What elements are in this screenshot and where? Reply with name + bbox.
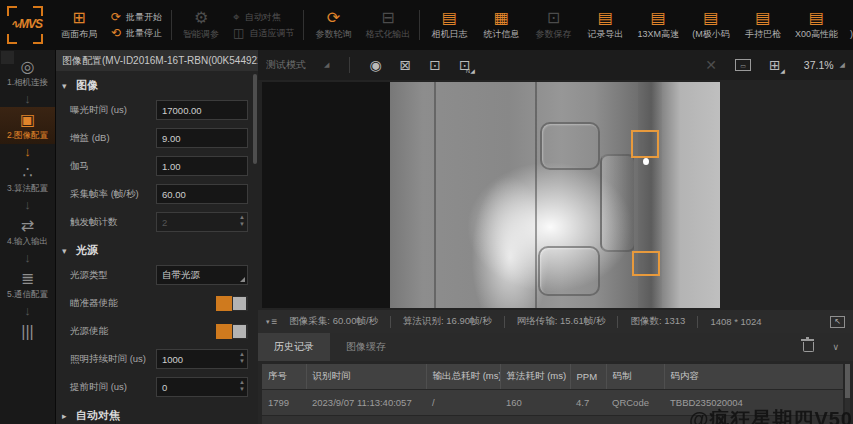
step-arrow-icon: ↓ <box>24 91 31 107</box>
collapse-panel-icon[interactable]: ∨ <box>832 342 839 352</box>
status-divider <box>390 316 391 328</box>
table-cell: 4.7 <box>570 390 606 416</box>
logo-waveform: ∿MVS <box>10 17 42 31</box>
statusbar-menu-icon[interactable]: ▾≡ <box>266 316 277 327</box>
spinner-arrows-icon[interactable]: ▲▼ <box>239 351 245 365</box>
table-cell: QRCode <box>606 416 664 424</box>
metal-part-surface <box>390 82 720 308</box>
config-row: 触发帧计数2▲▼ <box>56 208 258 236</box>
spin-up-icon[interactable]: ▲ <box>239 214 245 221</box>
roi-box-bottom[interactable] <box>632 251 660 276</box>
spin-down-icon[interactable]: ▼ <box>239 358 245 365</box>
column-header[interactable]: PPM <box>570 364 606 390</box>
spinner-arrows-icon[interactable]: ▲▼ <box>239 214 245 228</box>
expand-panel-icon[interactable]: ↖ <box>830 316 845 328</box>
table-cell: 2023/9/07 11:13:40:057 <box>306 416 426 424</box>
table-scrollbar-thumb[interactable] <box>845 364 850 398</box>
toolbar-button-preset-13xm-highspeed[interactable]: ▤13XM高速 <box>637 9 679 41</box>
column-header[interactable]: 码内容 <box>664 364 843 390</box>
spin-up-icon[interactable]: ▲ <box>239 351 245 358</box>
sidebar-step-label: 4.输入输出 <box>7 236 48 248</box>
config-section-collapsed[interactable]: ▸自动对焦 <box>56 401 258 424</box>
toggle-switch[interactable] <box>216 324 248 339</box>
history-tab-icons: ∨ <box>803 342 853 352</box>
roi-box-top[interactable] <box>631 130 659 158</box>
config-row-label: 触发帧计数 <box>70 216 118 229</box>
config-input[interactable]: 1000▲▼ <box>156 349 248 369</box>
config-row-label: 光源类型 <box>70 269 108 282</box>
screen-layout-icon: ⊞ <box>72 9 85 27</box>
toolbar-divider <box>171 10 172 40</box>
toolbar-button-label: 13XM高速 <box>637 28 679 41</box>
spin-down-icon[interactable]: ▼ <box>239 386 245 393</box>
history-tab-bar: 历史记录 图像缓存 ∨ <box>258 333 853 361</box>
toolbar-button-param-save: ⊡参数保存 <box>533 9 573 41</box>
toolbar-button-param-polling[interactable]: ⟳参数轮询 <box>313 9 353 41</box>
column-header[interactable]: 识别时间 <box>306 364 426 390</box>
preset-xm-tinycode-icon: ▤ <box>703 9 718 27</box>
config-body: ▾图像曝光时间 (us)17000.00增益 (dB)9.00伽马1.00采集帧… <box>56 71 258 424</box>
tab-image-cache[interactable]: 图像缓存 <box>330 333 402 361</box>
column-header[interactable]: 算法耗时 (ms) <box>500 364 570 390</box>
clear-history-icon[interactable] <box>803 342 814 352</box>
toolbar-button-preset-x00-performance[interactable]: ▤X00高性能 <box>795 9 838 41</box>
config-row: 瞄准器使能 <box>56 289 258 317</box>
config-input[interactable]: 1.00 <box>156 156 248 176</box>
config-input[interactable]: 60.00 <box>156 184 248 204</box>
spin-up-icon[interactable]: ▲ <box>239 379 245 386</box>
batch-start-icon: ⟳ <box>111 11 121 24</box>
toggle-switch[interactable] <box>216 296 248 311</box>
toolbar-button-batch-start[interactable]: ⟳批量开始 <box>111 11 162 24</box>
sidebar-step-5[interactable]: ≣5.通信配置 <box>0 266 55 303</box>
toolbar-groups: ⊞画面布局⟳批量开始⟲批量停止⚙智能调参⌖自动对焦◫自适应调节⟳参数轮询⊟格式化… <box>53 0 853 50</box>
record-stop-icon[interactable]: ◉ <box>369 57 381 73</box>
config-input[interactable]: 0▲▼ <box>156 377 248 397</box>
toggle-on-half <box>216 296 232 311</box>
fit-window-icon[interactable]: ⊠ <box>400 57 412 73</box>
barcode-icon: ||| <box>21 322 33 342</box>
config-row-label: 采集帧率 (帧/秒) <box>70 188 139 201</box>
snapshot-icon[interactable]: ⊡ <box>429 57 441 73</box>
spinner-arrows-icon[interactable]: ▲▼ <box>239 379 245 393</box>
column-header[interactable]: 码制 <box>606 364 664 390</box>
tab-history-record[interactable]: 历史记录 <box>258 333 330 361</box>
sidebar-collapse-chip[interactable] <box>1 51 14 64</box>
main-area: 测试模式 ◢ ◉ ⊠ ⊡ ⊡N◢ ✕ ▭ ⊞◢ 37.1% ◢ <box>258 50 853 424</box>
column-header[interactable]: 序号 <box>262 364 306 390</box>
toolbar-button-statistics[interactable]: ▦统计信息 <box>481 9 521 41</box>
config-row-label: 增益 (dB) <box>70 132 110 145</box>
crease-line <box>535 82 537 308</box>
config-section-expanded[interactable]: ▾图像 <box>56 71 258 96</box>
chevron-down-icon: ▾ <box>62 246 70 256</box>
sidebar-step-3[interactable]: ∴3.算法配置 <box>0 160 55 197</box>
config-input[interactable]: 9.00 <box>156 128 248 148</box>
sidebar-step-6[interactable]: ||| <box>0 319 55 344</box>
toolbar-button-camera-log[interactable]: ▤相机日志 <box>429 9 469 41</box>
record-export-icon: ▤ <box>598 9 613 27</box>
camera-image-viewport[interactable] <box>258 80 853 310</box>
spin-down-icon[interactable]: ▼ <box>239 221 245 228</box>
grid-view-icon[interactable]: ⊞◢ <box>769 57 781 73</box>
zoom-caret-icon[interactable]: ◢ <box>840 61 845 69</box>
toolbar-button-record-export[interactable]: ▤记录导出 <box>585 9 625 41</box>
config-scrollbar[interactable] <box>253 74 257 164</box>
test-mode-dropdown[interactable]: 测试模式 <box>266 58 306 72</box>
toolbar-button-label: 自适应调节 <box>249 27 294 40</box>
config-section-expanded[interactable]: ▾光源 <box>56 236 258 261</box>
config-dropdown[interactable]: 自带光源 <box>156 265 248 285</box>
toggle-knob <box>233 325 246 338</box>
toolbar-button-preset-xm-tinycode[interactable]: ▤(M极小码 <box>691 9 731 41</box>
toolbar-button-label: X00高性能 <box>795 28 838 41</box>
toolbar-button-screen-layout[interactable]: ⊞画面布局 <box>59 9 99 41</box>
snapshot-n-frames-icon[interactable]: ⊡N◢ <box>459 57 471 73</box>
pixel-info-icon[interactable]: ▭ <box>735 59 751 71</box>
toolbar-button-preset-handheld-gun[interactable]: ▤手持巴枪 <box>743 9 783 41</box>
sidebar-step-2[interactable]: ▣2.图像配置 <box>0 107 55 144</box>
sidebar-step-4[interactable]: ⇄4.输入输出 <box>0 213 55 250</box>
column-header[interactable]: 输出总耗时 (ms) <box>426 364 500 390</box>
test-mode-caret-icon[interactable]: ◢ <box>324 61 329 69</box>
watermark-text: @疯狂星期四V50 <box>689 406 853 424</box>
config-input[interactable]: 17000.00 <box>156 100 248 120</box>
zoom-level-value[interactable]: 37.1% <box>804 59 834 71</box>
toolbar-button-batch-stop[interactable]: ⟲批量停止 <box>111 27 162 40</box>
